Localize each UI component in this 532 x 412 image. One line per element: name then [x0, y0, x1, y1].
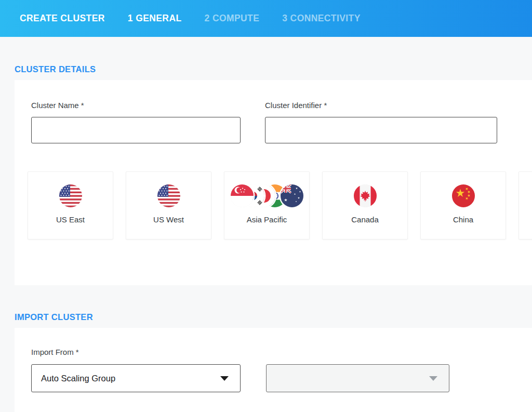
tab-connectivity[interactable]: 3 CONNECTIVITY [282, 13, 360, 24]
import-selects-row: Auto Scaling Group [31, 364, 532, 392]
region-card-china[interactable]: China [420, 171, 506, 240]
cluster-identifier-field-group: Cluster Identifier * [265, 101, 497, 143]
us-flag-icon [157, 184, 180, 207]
region-card-asia-pacific[interactable]: Asia Pacific [224, 171, 310, 240]
tab-compute[interactable]: 2 COMPUTE [205, 13, 260, 24]
wizard-header: CREATE CLUSTER 1 GENERAL 2 COMPUTE 3 CON… [0, 0, 532, 37]
cluster-details-panel: Cluster Name * Cluster Identifier * [15, 80, 532, 285]
import-source-select[interactable] [266, 364, 449, 392]
tab-general[interactable]: 1 GENERAL [128, 13, 182, 24]
canada-flag-icon [354, 184, 377, 207]
import-from-selected-value: Auto Scaling Group [41, 374, 115, 383]
import-from-label: Import From * [31, 348, 532, 356]
cluster-identifier-label: Cluster Identifier * [265, 101, 497, 110]
region-card-partial[interactable] [518, 171, 532, 240]
cluster-name-input[interactable] [31, 117, 241, 143]
region-card-label: Asia Pacific [247, 215, 287, 224]
region-card-us-east[interactable]: US East [28, 171, 113, 240]
singapore-flag-icon [231, 184, 254, 207]
australia-flag-icon [281, 184, 303, 207]
cluster-name-label: Cluster Name * [31, 101, 241, 110]
cluster-details-heading: CLUSTER DETAILS [15, 64, 532, 74]
chevron-down-icon [220, 376, 229, 381]
us-flag-icon [59, 184, 82, 207]
import-from-select[interactable]: Auto Scaling Group [31, 364, 241, 392]
wizard-body: CLUSTER DETAILS Cluster Name * Cluster I… [0, 37, 532, 412]
region-card-label: US West [153, 215, 184, 224]
china-flag-icon [452, 184, 475, 207]
region-card-canada[interactable]: Canada [322, 171, 408, 240]
cluster-identifier-input[interactable] [265, 117, 497, 143]
region-card-label: China [453, 215, 473, 224]
cluster-name-field-group: Cluster Name * [31, 101, 241, 143]
asia-pacific-flags-icon [231, 184, 303, 207]
region-cards-row: US East [28, 171, 532, 240]
wizard-title: CREATE CLUSTER [20, 13, 105, 24]
region-card-label: US East [56, 215, 85, 224]
import-cluster-panel: Import From * Auto Scaling Group [15, 328, 532, 412]
region-card-label: Canada [351, 215, 379, 224]
cluster-fields-row: Cluster Name * Cluster Identifier * [31, 101, 532, 143]
chevron-down-icon [429, 376, 437, 381]
import-cluster-heading: IMPORT CLUSTER [15, 312, 532, 322]
region-card-us-west[interactable]: US West [126, 171, 211, 240]
